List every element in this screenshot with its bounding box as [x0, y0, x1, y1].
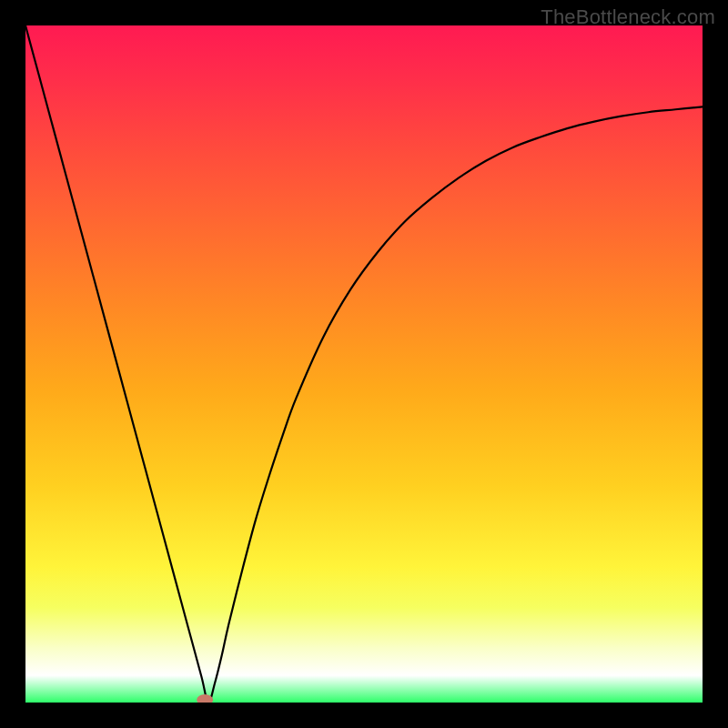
curve-layer: [25, 25, 703, 703]
plot-area: [25, 25, 703, 703]
watermark-text: TheBottleneck.com: [541, 5, 715, 29]
bottleneck-curve: [25, 25, 703, 703]
chart-frame: TheBottleneck.com: [0, 0, 728, 728]
minimum-marker: [197, 694, 213, 703]
